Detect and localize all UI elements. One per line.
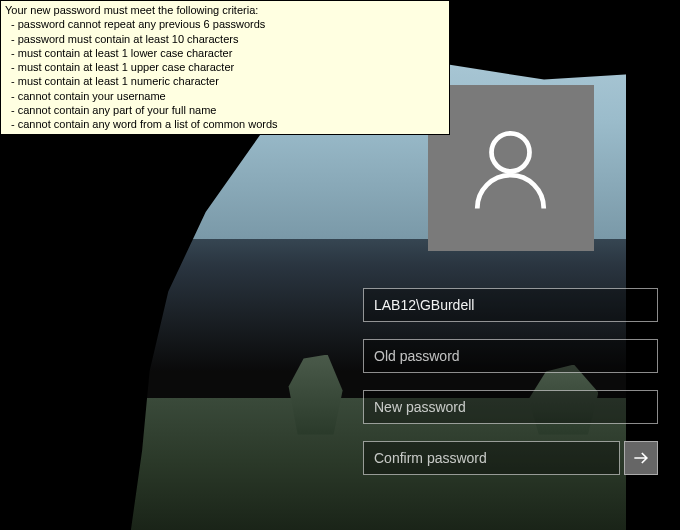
password-rule: - password cannot repeat any previous 6 …: [5, 17, 445, 31]
user-avatar: [428, 85, 594, 251]
tooltip-heading: Your new password must meet the followin…: [5, 3, 445, 17]
login-panel: [363, 85, 658, 475]
confirm-password-field[interactable]: [363, 441, 620, 475]
submit-button[interactable]: [624, 441, 658, 475]
password-rule: - must contain at least 1 numeric charac…: [5, 74, 445, 88]
password-rule: - must contain at least 1 upper case cha…: [5, 60, 445, 74]
arrow-right-icon: [631, 448, 651, 468]
old-password-field[interactable]: [363, 339, 658, 373]
user-icon: [463, 121, 558, 216]
password-rule: - password must contain at least 10 char…: [5, 32, 445, 46]
password-rule: - cannot contain your username: [5, 89, 445, 103]
password-rule: - cannot contain any word from a list of…: [5, 117, 445, 131]
password-rule: - must contain at least 1 lower case cha…: [5, 46, 445, 60]
password-rule: - cannot contain any part of your full n…: [5, 103, 445, 117]
password-criteria-tooltip: Your new password must meet the followin…: [0, 0, 450, 135]
new-password-field[interactable]: [363, 390, 658, 424]
svg-point-0: [492, 133, 530, 171]
username-field[interactable]: [363, 288, 658, 322]
